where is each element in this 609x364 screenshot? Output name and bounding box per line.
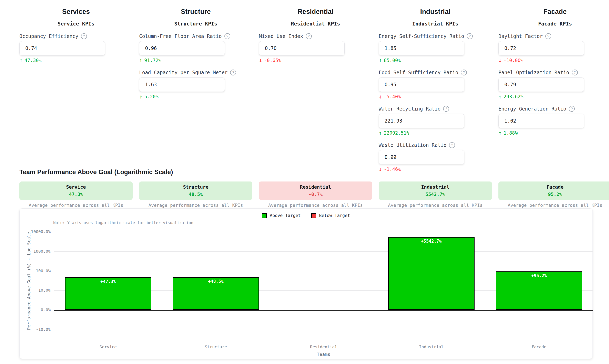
legend-item: Below Target (311, 213, 350, 218)
kpi-field: Waste Utilization Ratio ? ↓ -1.46% (379, 142, 492, 172)
help-icon[interactable]: ? (225, 33, 230, 39)
legend-label: Below Target (319, 213, 350, 218)
help-icon[interactable]: ? (461, 69, 467, 76)
team-card-cell: Facade 95.2% Average performance across … (498, 182, 609, 208)
team-card: Structure 48.5% (139, 182, 252, 200)
team-card-value: 5542.7% (425, 192, 445, 197)
kpi-delta: ↑ 1.88% (498, 130, 609, 136)
team-card-caption: Average performance across all KPIs (498, 203, 609, 208)
kpi-value-input[interactable] (498, 78, 584, 92)
help-icon[interactable]: ? (569, 106, 575, 112)
column-title: Structure (139, 8, 252, 15)
kpi-label: Panel Optimization Ratio ? (498, 69, 609, 76)
kpi-label: Column-Free Floor Area Ratio ? (139, 33, 252, 39)
gridline (54, 251, 593, 252)
team-card-cell: Service 47.3% Average performance across… (19, 182, 132, 208)
y-tick-label: 0.0% (20, 307, 51, 312)
column-subtitle: Residential KPIs (259, 21, 372, 27)
help-icon[interactable]: ? (443, 106, 449, 112)
kpi-value-input[interactable] (139, 78, 225, 92)
kpi-list: Column-Free Floor Area Ratio ? ↑ 91.72% … (139, 33, 252, 99)
kpi-field: Mixed Use Index ? ↓ -0.65% (259, 33, 372, 63)
kpi-label: Food Self-Sufficiency Ratio ? (379, 69, 492, 76)
kpi-column: Facade Facade KPIs Daylight Factor ? ↓ -… (498, 0, 609, 172)
kpi-delta: ↓ -0.65% (259, 57, 372, 63)
kpi-delta-text: -10.00% (503, 58, 523, 63)
bar-value-label: +5542.7% (421, 239, 441, 244)
kpi-value-input[interactable] (259, 41, 344, 55)
kpi-delta-text: 91.72% (144, 58, 161, 63)
help-icon[interactable]: ? (572, 69, 578, 76)
legend-swatch (311, 213, 316, 218)
delta-down-arrow-icon: ↓ (379, 94, 382, 99)
delta-up-arrow-icon: ↑ (139, 57, 142, 63)
kpi-value-input[interactable] (19, 41, 105, 55)
kpi-delta: ↑ 5.20% (139, 94, 252, 99)
gridline (54, 232, 593, 232)
team-card-value: 47.3% (69, 192, 83, 197)
bar-value-label: +48.5% (208, 279, 224, 284)
kpi-value-input[interactable] (379, 150, 464, 164)
kpi-delta: ↑ 85.00% (379, 57, 492, 63)
kpi-delta-text: 47.30% (25, 58, 41, 63)
x-tick-label: Service (100, 344, 117, 349)
team-card-cell: Industrial 5542.7% Average performance a… (379, 182, 492, 208)
kpi-value-input[interactable] (139, 41, 225, 55)
kpi-field: Load Capacity per Square Meter ? ↑ 5.20% (139, 69, 252, 99)
help-icon[interactable]: ? (467, 33, 473, 39)
help-icon[interactable]: ? (230, 69, 236, 76)
kpi-list: Mixed Use Index ? ↓ -0.65% (259, 33, 372, 63)
kpi-delta: ↓ -10.00% (498, 57, 609, 63)
kpi-label-text: Energy Self-Sufficiency Ratio (379, 33, 464, 39)
kpi-label: Energy Generation Ratio ? (498, 106, 609, 112)
kpi-label: Waste Utilization Ratio ? (379, 142, 492, 148)
kpi-value-input[interactable] (498, 41, 584, 55)
help-icon[interactable]: ? (81, 33, 87, 39)
delta-up-arrow-icon: ↑ (379, 130, 382, 136)
kpi-field: Energy Self-Sufficiency Ratio ? ↑ 85.00% (379, 33, 492, 63)
kpi-field: Panel Optimization Ratio ? ↑ 293.62% (498, 69, 609, 99)
column-subtitle: Facade KPIs (498, 21, 609, 27)
bar-industrial (388, 237, 475, 310)
team-card-title: Residential (300, 184, 331, 190)
kpi-field: Energy Generation Ratio ? ↑ 1.88% (498, 106, 609, 136)
help-icon[interactable]: ? (449, 142, 455, 148)
kpi-label: Energy Self-Sufficiency Ratio ? (379, 33, 492, 39)
team-card-caption: Average performance across all KPIs (379, 203, 492, 208)
team-card-value: 95.2% (548, 192, 562, 197)
delta-down-arrow-icon: ↓ (498, 57, 502, 63)
delta-up-arrow-icon: ↑ (498, 130, 502, 136)
column-title: Residential (259, 8, 372, 15)
kpi-delta-text: 293.62% (503, 94, 523, 99)
kpi-label: Daylight Factor ? (498, 33, 609, 39)
gridline (54, 271, 593, 271)
kpi-column: Structure Structure KPIs Column-Free Flo… (139, 0, 252, 172)
kpi-delta-text: 85.00% (384, 58, 401, 63)
chart-note: Note: Y-axis uses logarithmic scale for … (53, 221, 193, 225)
kpi-field: Daylight Factor ? ↓ -10.00% (498, 33, 609, 63)
help-icon[interactable]: ? (306, 33, 312, 39)
x-axis-title: Teams (54, 352, 593, 357)
kpi-value-input[interactable] (498, 114, 584, 128)
performance-section-title: Team Performance Above Goal (Logarithmic… (19, 169, 173, 176)
kpi-delta: ↓ -5.40% (379, 94, 492, 99)
column-title: Facade (498, 8, 609, 15)
y-tick-label: 10.0% (20, 288, 51, 293)
kpi-label-text: Mixed Use Index (259, 33, 303, 39)
plot-area: +47.3%Service+48.5%StructureResidential+… (54, 232, 593, 348)
kpi-delta: ↓ -1.46% (379, 166, 492, 172)
help-icon[interactable]: ? (545, 33, 551, 39)
kpi-delta: ↑ 47.30% (19, 57, 132, 63)
kpi-label-text: Occupancy Efficiency (19, 33, 78, 39)
kpi-value-input[interactable] (379, 78, 464, 92)
team-card-title: Service (66, 184, 86, 190)
y-tick-label: 1000.0% (20, 249, 51, 254)
kpi-label-text: Column-Free Floor Area Ratio (139, 33, 222, 39)
kpi-delta: ↑ 91.72% (139, 57, 252, 63)
kpi-value-input[interactable] (379, 114, 464, 128)
bar-value-label: +47.3% (100, 279, 116, 284)
kpi-value-input[interactable] (379, 41, 464, 55)
chart-legend: Above TargetBelow Target (20, 213, 593, 218)
kpi-label-text: Load Capacity per Square Meter (139, 70, 227, 76)
kpi-label-text: Energy Generation Ratio (498, 106, 566, 112)
